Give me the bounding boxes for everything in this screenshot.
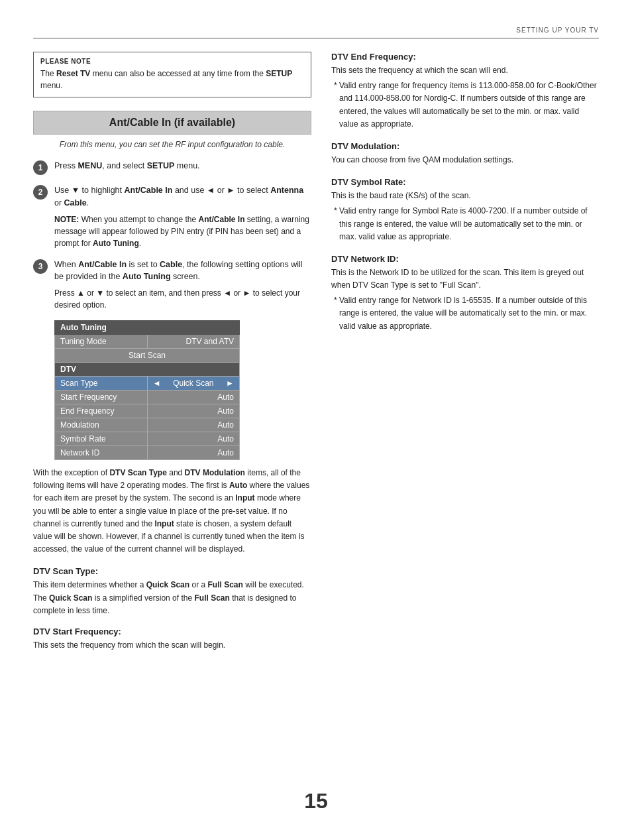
step-2-note: NOTE: When you attempt to change the Ant…	[54, 213, 311, 249]
step-2-number: 2	[33, 185, 48, 200]
table-tuning-mode-row: Tuning Mode DTV and ATV	[55, 335, 240, 349]
end-freq-heading: DTV End Frequency:	[331, 52, 599, 62]
right-column: DTV End Frequency: This sets the frequen…	[331, 52, 599, 661]
symbol-rate-label: Symbol Rate	[55, 432, 148, 446]
symbol-rate-heading: DTV Symbol Rate:	[331, 177, 599, 187]
dtv-scan-type-heading: DTV Scan Type:	[33, 566, 311, 576]
network-id-value: Auto	[147, 446, 239, 460]
please-note-box: PLEASE NOTE The Reset TV menu can also b…	[33, 52, 311, 97]
network-id-label: Network ID	[55, 446, 148, 460]
step-2-text: Use ▼ to highlight Ant/Cable In and use …	[54, 184, 311, 249]
dtv-scan-type-text: This item determines whether a Quick Sca…	[33, 579, 311, 617]
table-header-row: Auto Tuning	[55, 321, 240, 335]
right-section-symbol-rate: DTV Symbol Rate: This is the baud rate (…	[331, 177, 599, 243]
end-freq-value: Auto	[147, 404, 239, 418]
table-row-scan-type: Scan Type ◄ Quick Scan ►	[55, 377, 240, 390]
step-1: 1 Press MENU, and select SETUP menu.	[33, 160, 311, 175]
end-freq-label: End Frequency	[55, 404, 148, 418]
table-header-cell: Auto Tuning	[55, 321, 240, 335]
description-text: With the exception of DTV Scan Type and …	[33, 467, 311, 556]
modulation-value: Auto	[147, 418, 239, 432]
table-start-scan-row: Start Scan	[55, 349, 240, 363]
dtv-start-freq-heading: DTV Start Frequency:	[33, 627, 311, 636]
dtv-label: DTV	[55, 363, 240, 377]
modulation-label: Modulation	[55, 418, 148, 432]
right-section-end-freq: DTV End Frequency: This sets the frequen…	[331, 52, 599, 131]
table-dtv-label-row: DTV	[55, 363, 240, 377]
tuning-mode-value: DTV and ATV	[147, 335, 239, 349]
end-freq-bullet: * Valid entry range for frequency items …	[331, 80, 599, 131]
start-freq-label: Start Frequency	[55, 390, 148, 404]
header-title: SETTING UP YOUR TV	[516, 27, 599, 34]
right-section-modulation: DTV Modulation: You can choose from five…	[331, 141, 599, 166]
table-row-symbol-rate: Symbol Rate Auto	[55, 432, 240, 446]
table-row-modulation: Modulation Auto	[55, 418, 240, 432]
symbol-rate-value: Auto	[147, 432, 239, 446]
table-row-end-freq: End Frequency Auto	[55, 404, 240, 418]
start-freq-value: Auto	[147, 390, 239, 404]
scan-type-value: ◄ Quick Scan ►	[147, 377, 239, 390]
section-subtitle: From this menu, you can set the RF input…	[33, 140, 311, 149]
section-heading: Ant/Cable In (if available)	[33, 111, 311, 135]
end-freq-text: This sets the frequency at which the sca…	[331, 64, 599, 131]
step-3-note: Press ▲ or ▼ to select an item, and then…	[54, 287, 311, 311]
step-3-text: When Ant/Cable In is set to Cable, the f…	[54, 259, 311, 312]
modulation-text: You can choose from five QAM modulation …	[331, 154, 599, 166]
dtv-start-freq-text: This sets the frequency from which the s…	[33, 639, 311, 652]
two-col-layout: PLEASE NOTE The Reset TV menu can also b…	[33, 52, 599, 661]
modulation-heading: DTV Modulation:	[331, 141, 599, 151]
right-section-network-id: DTV Network ID: This is the Network ID t…	[331, 254, 599, 333]
page-header: SETTING UP YOUR TV	[33, 27, 599, 38]
start-scan-label: Start Scan	[55, 349, 240, 363]
network-id-bullet: * Valid entry range for Network ID is 1-…	[331, 294, 599, 333]
page-container: SETTING UP YOUR TV PLEASE NOTE The Reset…	[0, 0, 632, 840]
step-2: 2 Use ▼ to highlight Ant/Cable In and us…	[33, 184, 311, 249]
table-row-start-freq: Start Frequency Auto	[55, 390, 240, 404]
step-1-text: Press MENU, and select SETUP menu.	[54, 160, 311, 172]
auto-tuning-table: Auto Tuning Tuning Mode DTV and ATV Star…	[54, 320, 240, 460]
scan-type-text: Quick Scan	[173, 379, 213, 388]
please-note-text: The Reset TV menu can also be accessed a…	[40, 69, 292, 90]
symbol-rate-text: This is the baud rate (KS/s) of the scan…	[331, 190, 599, 243]
step-3-number: 3	[33, 259, 48, 274]
left-column: PLEASE NOTE The Reset TV menu can also b…	[33, 52, 311, 661]
please-note-label: PLEASE NOTE	[40, 58, 304, 65]
tuning-mode-label: Tuning Mode	[55, 335, 148, 349]
network-id-heading: DTV Network ID:	[331, 254, 599, 264]
table-row-network-id: Network ID Auto	[55, 446, 240, 460]
scan-type-label: Scan Type	[55, 377, 148, 390]
network-id-text: This is the Network ID to be utilized fo…	[331, 267, 599, 333]
step-1-number: 1	[33, 160, 48, 175]
step-3: 3 When Ant/Cable In is set to Cable, the…	[33, 259, 311, 312]
page-number: 15	[304, 789, 328, 813]
symbol-rate-bullet: * Valid entry range for Symbol Rate is 4…	[331, 205, 599, 243]
